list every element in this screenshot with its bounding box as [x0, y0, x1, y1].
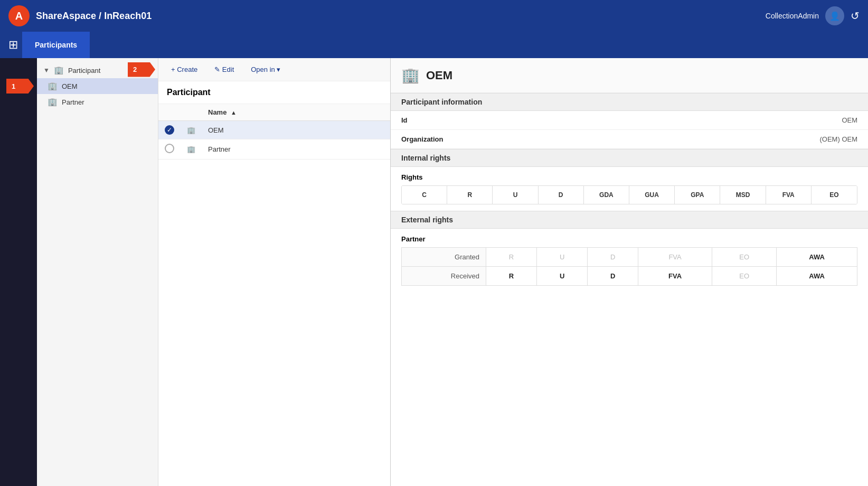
tree-expand-arrow: ▼: [43, 67, 50, 74]
ext-cell-granted-d: D: [588, 248, 638, 267]
col-name-header: Name ▲: [202, 104, 390, 121]
participants-tab[interactable]: Participants: [22, 32, 90, 58]
left-sidebar: [0, 58, 37, 486]
top-bar-left: A ShareAspace / InReach01: [8, 5, 152, 26]
secondary-nav: ⊞ Participants: [0, 32, 868, 58]
ext-cell-received-d: D: [588, 267, 638, 286]
table-row[interactable]: ✓ 🏢 OEM: [158, 121, 390, 139]
tree-item-label-partner: Partner: [62, 98, 84, 106]
row-name-partner: Partner: [202, 139, 390, 160]
info-label-id: Id: [401, 116, 408, 124]
badge-2: 2: [128, 62, 155, 77]
tree-item-partner[interactable]: 🏢 Partner: [37, 94, 158, 110]
col-icon: [181, 104, 202, 121]
rights-table-wrap: Rights C R U D GDA GUA GPA MSD FVA EO: [391, 167, 868, 211]
info-value-org: (OEM) OEM: [820, 135, 858, 143]
ext-cell-received-u: U: [537, 267, 588, 286]
ext-row-label-granted: Granted: [402, 248, 486, 267]
rights-col-fva: FVA: [766, 186, 812, 204]
detail-header: 🏢 OEM: [391, 58, 868, 93]
detail-header-icon: 🏢: [401, 67, 420, 84]
section-participant-info: Participant information: [391, 93, 868, 111]
ext-cell-granted-fva: FVA: [638, 248, 712, 267]
create-button[interactable]: + Create: [167, 63, 202, 76]
badge-1: 1: [6, 79, 34, 94]
ext-cell-granted-r: R: [486, 248, 537, 267]
check-mark: ✓: [167, 126, 172, 134]
rights-label: Rights: [401, 173, 857, 181]
section-external-rights: External rights: [391, 211, 868, 229]
tree-item-label-oem: OEM: [62, 82, 78, 90]
ext-cell-received-r: R: [486, 267, 537, 286]
list-toolbar: 2 + Create ✎ Edit Open in ▾: [158, 58, 390, 81]
tree-header-label: Participant: [68, 67, 100, 74]
main-content: ▼ 🏢 Participant 🏢 OEM 1 🏢 Partner: [0, 58, 868, 486]
ext-cell-granted-awa: AWA: [777, 248, 857, 267]
rights-col-gpa: GPA: [675, 186, 720, 204]
rights-col-gua: GUA: [629, 186, 675, 204]
info-label-org: Organization: [401, 135, 443, 143]
top-bar: A ShareAspace / InReach01 CollectionAdmi…: [0, 0, 868, 32]
table-row-received: Received R U D FVA EO AWA: [402, 267, 857, 286]
tree-item-oem[interactable]: 🏢 OEM: [37, 78, 158, 94]
detail-header-title: OEM: [426, 69, 452, 82]
row-name-oem: OEM: [202, 121, 390, 139]
user-name: CollectionAdmin: [766, 12, 819, 20]
tree-item-icon-oem: 🏢: [48, 81, 58, 91]
app-title: ShareAspace / InReach01: [36, 11, 152, 22]
tree-item-icon-partner: 🏢: [48, 97, 58, 107]
ext-row-label-received: Received: [402, 267, 486, 286]
rights-col-gda: GDA: [584, 186, 629, 204]
ext-cell-received-eo: EO: [712, 267, 777, 286]
list-table: Name ▲ ✓ 🏢: [158, 104, 390, 486]
detail-panel: 🏢 OEM Participant information Id OEM Org…: [391, 58, 868, 486]
rights-col-msd: MSD: [720, 186, 766, 204]
section-internal-rights: Internal rights: [391, 149, 868, 167]
partner-label: Partner: [401, 229, 857, 243]
ext-cell-granted-u: U: [537, 248, 588, 267]
list-panel: 2 + Create ✎ Edit Open in ▾ Participant …: [158, 58, 391, 486]
ext-cell-received-fva: FVA: [638, 267, 712, 286]
sort-arrow: ▲: [231, 109, 237, 116]
rights-col-r: R: [447, 186, 493, 204]
tree-panel: ▼ 🏢 Participant 🏢 OEM 1 🏢 Partner: [37, 58, 158, 486]
grid-icon[interactable]: ⊞: [8, 38, 18, 52]
top-bar-right: CollectionAdmin 👤 ↺: [766, 6, 860, 25]
ext-cell-received-awa: AWA: [777, 267, 857, 286]
col-radio: [158, 104, 181, 121]
rights-col-u: U: [493, 186, 538, 204]
radio-circle-partner[interactable]: [165, 144, 174, 153]
info-row-org: Organization (OEM) OEM: [391, 130, 868, 149]
info-value-id: OEM: [842, 116, 857, 124]
app-logo: A: [8, 5, 30, 26]
rights-col-d: D: [539, 186, 584, 204]
row-icon-partner: 🏢: [187, 145, 195, 153]
history-icon[interactable]: ↺: [851, 10, 860, 22]
ext-cell-granted-eo: EO: [712, 248, 777, 267]
rights-col-c: C: [402, 186, 447, 204]
external-rights-table: Granted R U D FVA EO AWA Received R U D …: [401, 247, 857, 286]
edit-button[interactable]: ✎ Edit: [210, 63, 238, 76]
table-row-granted: Granted R U D FVA EO AWA: [402, 248, 857, 267]
user-avatar[interactable]: 👤: [825, 6, 844, 25]
external-table-wrap: Partner Granted R U D FVA EO AWA Receive…: [391, 229, 868, 296]
info-row-id: Id OEM: [391, 111, 868, 130]
list-title: Participant: [158, 81, 390, 104]
rights-col-eo: EO: [812, 186, 857, 204]
row-icon-oem: 🏢: [187, 126, 195, 134]
open-in-button[interactable]: Open in ▾: [247, 63, 285, 76]
radio-checked-oem[interactable]: ✓: [165, 125, 174, 135]
rights-grid: C R U D GDA GUA GPA MSD FVA EO: [401, 185, 857, 204]
tree-header-icon: 🏢: [54, 66, 64, 75]
table-row[interactable]: 🏢 Partner: [158, 139, 390, 160]
